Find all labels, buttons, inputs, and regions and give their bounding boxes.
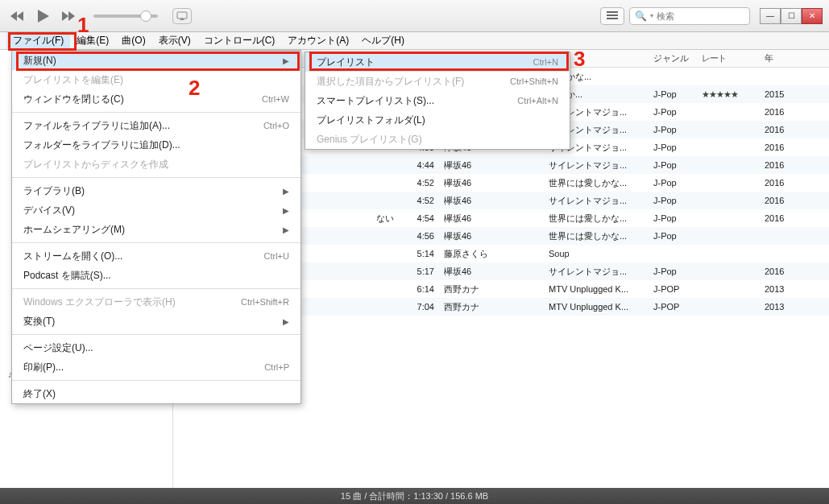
- search-input[interactable]: [657, 11, 737, 21]
- menu-item[interactable]: コントロール(C): [197, 32, 282, 49]
- chevron-right-icon: ▶: [283, 56, 289, 65]
- prev-button[interactable]: [6, 7, 27, 25]
- menu-entry[interactable]: ホームシェアリング(M)▶: [12, 220, 301, 239]
- menu-bar: ファイル(F)編集(E)曲(O)表示(V)コントロール(C)アカウント(A)ヘル…: [0, 32, 829, 50]
- menu-entry[interactable]: Podcast を購読(S)...: [12, 266, 301, 285]
- menu-item[interactable]: 編集(E): [70, 32, 115, 49]
- new-submenu-dropdown: プレイリストCtrl+N選択した項目からプレイリスト(F)Ctrl+Shift+…: [305, 52, 570, 150]
- status-text: 15 曲 / 合計時間：1:13:30 / 156.6 MB: [341, 490, 488, 502]
- menu-entry: プレイリストからディスクを作成: [12, 155, 301, 174]
- menu-item[interactable]: 表示(V): [152, 32, 197, 49]
- maximize-button[interactable]: ☐: [781, 8, 802, 24]
- search-field[interactable]: 🔍 ▾: [629, 7, 750, 25]
- window-controls: — ☐ ✕: [760, 8, 823, 24]
- menu-entry: プレイリストを編集(E): [12, 70, 301, 89]
- chevron-right-icon: ▶: [283, 187, 289, 196]
- menu-entry[interactable]: 変換(T)▶: [12, 312, 301, 331]
- submenu-entry[interactable]: プレイリストフォルダ(L): [305, 110, 570, 130]
- menu-item[interactable]: アカウント(A): [281, 32, 355, 49]
- airplay-button[interactable]: [172, 8, 192, 24]
- menu-entry[interactable]: ウィンドウを閉じる(C)Ctrl+W: [12, 89, 301, 109]
- play-button[interactable]: [31, 6, 55, 27]
- svg-rect-0: [177, 12, 187, 19]
- volume-thumb[interactable]: [140, 10, 151, 22]
- column-year[interactable]: 年: [760, 52, 800, 64]
- menu-item[interactable]: ヘルプ(H): [355, 32, 411, 49]
- chevron-right-icon: ▶: [283, 206, 289, 215]
- menu-entry[interactable]: 印刷(P)...Ctrl+P: [12, 357, 301, 377]
- submenu-entry[interactable]: スマートプレイリスト(S)...Ctrl+Alt+N: [305, 91, 570, 110]
- menu-item[interactable]: 曲(O): [115, 32, 151, 49]
- search-icon: 🔍: [635, 10, 647, 22]
- search-dropdown-icon: ▾: [650, 12, 653, 19]
- next-button[interactable]: [58, 7, 79, 25]
- close-button[interactable]: ✕: [802, 8, 823, 24]
- chevron-right-icon: ▶: [283, 317, 289, 326]
- menu-entry[interactable]: フォルダーをライブラリに追加(D)...: [12, 135, 301, 155]
- volume-slider[interactable]: [93, 14, 158, 18]
- menu-entry[interactable]: デバイス(V)▶: [12, 200, 301, 220]
- menu-entry[interactable]: ページ設定(U)...: [12, 338, 301, 357]
- column-genre[interactable]: ジャンル: [649, 52, 697, 64]
- playback-controls: [6, 6, 192, 27]
- submenu-entry: 選択した項目からプレイリスト(F)Ctrl+Shift+N: [305, 72, 570, 91]
- list-view-button[interactable]: [600, 7, 624, 25]
- submenu-entry: Genius プレイリスト(G): [305, 130, 570, 149]
- column-rating[interactable]: レート: [697, 52, 760, 64]
- file-menu-dropdown: 新規(N)▶プレイリストを編集(E)ウィンドウを閉じる(C)Ctrl+Wファイル…: [11, 50, 301, 404]
- menu-entry: Windows エクスプローラで表示(H)Ctrl+Shift+R: [12, 292, 301, 312]
- menu-item[interactable]: ファイル(F): [6, 32, 70, 49]
- menu-entry[interactable]: 終了(X): [12, 384, 301, 403]
- menu-entry[interactable]: ライブラリ(B)▶: [12, 181, 301, 200]
- submenu-entry[interactable]: プレイリストCtrl+N: [305, 52, 570, 72]
- status-bar: 15 曲 / 合計時間：1:13:30 / 156.6 MB: [0, 488, 829, 504]
- menu-entry[interactable]: 新規(N)▶: [12, 51, 301, 70]
- menu-entry[interactable]: ストリームを開く(O)...Ctrl+U: [12, 246, 301, 266]
- title-bar: 🔍 ▾ — ☐ ✕: [0, 0, 829, 32]
- chevron-right-icon: ▶: [283, 225, 289, 234]
- minimize-button[interactable]: —: [760, 8, 781, 24]
- menu-entry[interactable]: ファイルをライブラリに追加(A)...Ctrl+O: [12, 116, 301, 135]
